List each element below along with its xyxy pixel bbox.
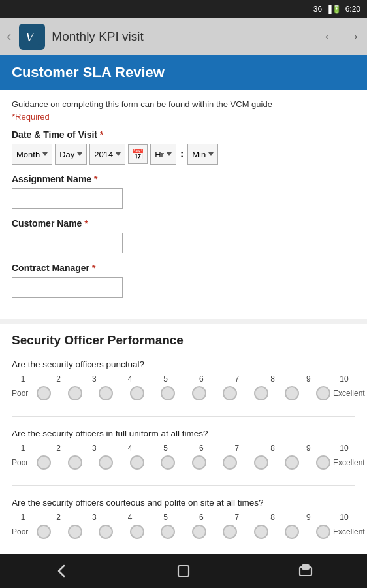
- contract-manager-input[interactable]: [12, 277, 123, 298]
- rating-row-2: Poor Excellent: [12, 455, 355, 470]
- radio-dot[interactable]: [68, 386, 82, 400]
- back-nav-button[interactable]: [52, 562, 71, 580]
- divider-2: [12, 485, 355, 486]
- rating-numbers-2: 1 2 3 4 5 6 7 8 9 10: [12, 444, 355, 453]
- radio-dot[interactable]: [223, 386, 237, 400]
- section-banner: Customer SLA Review: [0, 55, 367, 90]
- customer-name-label: Customer Name *: [12, 218, 355, 229]
- assignment-name-input[interactable]: [12, 188, 123, 209]
- min-arrow-icon: [208, 152, 214, 156]
- radio-dot[interactable]: [192, 525, 206, 539]
- radio-dot[interactable]: [223, 525, 237, 539]
- status-bar: 36 ▐🔋 6:20: [0, 0, 367, 18]
- radio-dot[interactable]: [192, 455, 206, 470]
- customer-name-input[interactable]: [12, 233, 123, 253]
- day-arrow-icon: [77, 152, 82, 156]
- rating-question-3: Are the security officers courteous and …: [12, 498, 355, 539]
- radio-dot[interactable]: [161, 455, 175, 470]
- poor-label-2: Poor: [12, 458, 34, 467]
- app-icon: V: [19, 24, 45, 50]
- time-separator: :: [180, 148, 184, 160]
- bottom-nav-bar: [0, 554, 367, 588]
- excellent-label-1: Excellent: [333, 389, 355, 398]
- radio-dot[interactable]: [99, 525, 113, 539]
- date-row: Month Day 2014 📅 Hr : Min: [12, 144, 355, 165]
- radio-dot[interactable]: [68, 525, 82, 539]
- signal-text: 36: [313, 5, 322, 14]
- excellent-label-3: Excellent: [333, 527, 355, 536]
- recent-nav-button[interactable]: [296, 562, 315, 580]
- contract-manager-label: Contract Manager *: [12, 263, 355, 273]
- banner-heading: Customer SLA Review: [12, 64, 355, 81]
- radio-dot[interactable]: [316, 455, 330, 470]
- radio-dot[interactable]: [285, 525, 299, 539]
- radio-dot[interactable]: [37, 455, 51, 470]
- form-area: Guidance on completing this form can be …: [0, 90, 367, 319]
- home-nav-icon: [174, 562, 193, 580]
- radio-dot[interactable]: [130, 525, 144, 539]
- radio-dot[interactable]: [161, 386, 175, 400]
- guidance-text: Guidance on completing this form can be …: [12, 99, 355, 109]
- radio-dot[interactable]: [316, 386, 330, 400]
- month-arrow-icon: [42, 152, 48, 156]
- hr-arrow-icon: [167, 152, 172, 156]
- radio-dot[interactable]: [68, 455, 82, 470]
- radio-dot[interactable]: [223, 455, 237, 470]
- radio-dots-2: [37, 455, 330, 470]
- poor-label-1: Poor: [12, 389, 34, 398]
- radio-dots-1: [37, 386, 330, 400]
- month-dropdown[interactable]: Month: [12, 144, 52, 165]
- forward-arrow-button[interactable]: →: [346, 28, 360, 45]
- poor-label-3: Poor: [12, 527, 34, 536]
- main-content: Customer SLA Review Guidance on completi…: [0, 55, 367, 554]
- radio-dot[interactable]: [316, 525, 330, 539]
- radio-dot[interactable]: [99, 455, 113, 470]
- question-3-text: Are the security officers courteous and …: [12, 498, 355, 508]
- radio-dot[interactable]: [37, 525, 51, 539]
- radio-dot[interactable]: [254, 455, 268, 470]
- svg-rect-3: [300, 567, 311, 576]
- app-logo-icon: V: [23, 27, 41, 46]
- date-time-label: Date & Time of Visit *: [12, 129, 355, 140]
- back-arrow-button[interactable]: ←: [323, 28, 337, 45]
- radio-dot[interactable]: [37, 386, 51, 400]
- nav-arrows: ← →: [323, 28, 360, 45]
- divider-1: [12, 416, 355, 417]
- radio-dot[interactable]: [161, 525, 175, 539]
- radio-dot[interactable]: [130, 455, 144, 470]
- day-dropdown[interactable]: Day: [55, 144, 87, 165]
- radio-dot[interactable]: [130, 386, 144, 400]
- rating-question-1: Are the security officers punctual? 1 2 …: [12, 359, 355, 400]
- rating-numbers-3: 1 2 3 4 5 6 7 8 9 10: [12, 513, 355, 522]
- back-chevron[interactable]: ‹: [7, 28, 11, 45]
- hour-dropdown[interactable]: Hr: [150, 144, 176, 165]
- excellent-label-2: Excellent: [333, 458, 355, 467]
- year-dropdown[interactable]: 2014: [89, 144, 125, 165]
- calendar-icon[interactable]: 📅: [128, 144, 148, 164]
- svg-rect-2: [178, 566, 189, 576]
- battery-icon: ▐🔋: [326, 5, 342, 14]
- assignment-name-label: Assignment Name *: [12, 174, 355, 184]
- time-display: 6:20: [345, 5, 360, 14]
- rating-numbers-1: 1 2 3 4 5 6 7 8 9 10: [12, 374, 355, 384]
- security-section: Security Officer Performance Are the sec…: [0, 324, 367, 554]
- rating-row-3: Poor Excellent: [12, 525, 355, 539]
- radio-dots-3: [37, 525, 330, 539]
- radio-dot[interactable]: [254, 386, 268, 400]
- required-indicator: *Required: [12, 112, 355, 122]
- title-bar: ‹ V Monthly KPI visit ← →: [0, 18, 367, 55]
- back-nav-icon: [52, 562, 71, 580]
- security-section-heading: Security Officer Performance: [12, 333, 355, 348]
- rating-question-2: Are the security officers in full unifor…: [12, 429, 355, 470]
- year-arrow-icon: [116, 152, 121, 156]
- rating-row-1: Poor Excellent: [12, 386, 355, 400]
- radio-dot[interactable]: [99, 386, 113, 400]
- question-2-text: Are the security officers in full unifor…: [12, 429, 355, 438]
- recent-nav-icon: [296, 562, 315, 580]
- min-dropdown[interactable]: Min: [187, 144, 218, 165]
- radio-dot[interactable]: [192, 386, 206, 400]
- radio-dot[interactable]: [285, 455, 299, 470]
- radio-dot[interactable]: [254, 525, 268, 539]
- radio-dot[interactable]: [285, 386, 299, 400]
- home-nav-button[interactable]: [174, 562, 193, 580]
